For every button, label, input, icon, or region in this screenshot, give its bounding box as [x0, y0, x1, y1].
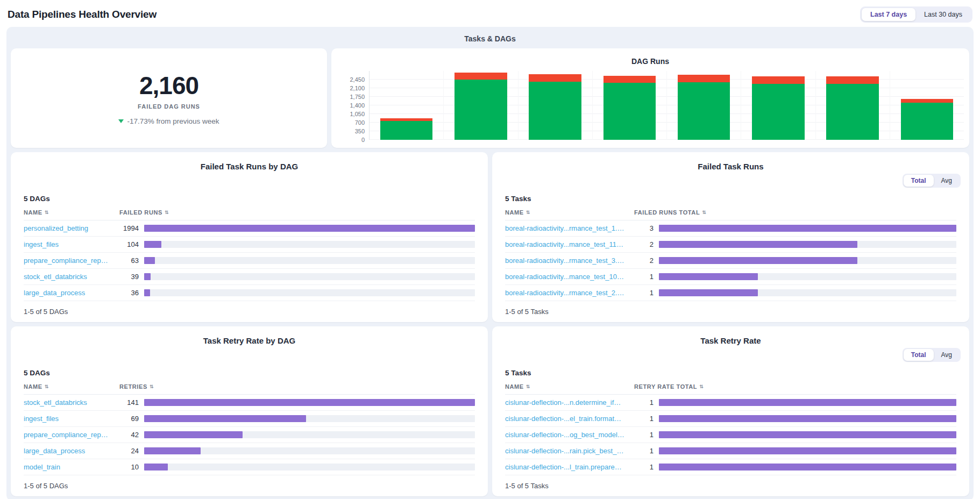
- row-value: 104: [110, 240, 143, 248]
- stat-trend: -17.73% from previous week: [118, 117, 219, 125]
- trend-text: -17.73% from previous week: [127, 117, 219, 125]
- table-row: cislunar-deflection-...og_best_model_to_…: [505, 427, 956, 443]
- sort-icon: ⇅: [699, 384, 704, 389]
- row-bar: [659, 399, 956, 406]
- dag-runs-chart-card: DAG Runs 03507001,0501,4001,7502,1002,45…: [331, 48, 969, 148]
- row-name-link[interactable]: stock_etl_databricks: [24, 398, 110, 407]
- row-value: 1: [624, 273, 658, 281]
- row-name-link[interactable]: stock_etl_databricks: [24, 273, 110, 281]
- sort-icon: ⇅: [150, 384, 154, 389]
- row-value: 10: [110, 463, 143, 471]
- row-name-link[interactable]: boreal-radioactivity...rmance_test_3.tas…: [505, 256, 624, 265]
- table-header: NAME ⇅ RETRIES ⇅: [24, 383, 475, 395]
- success-segment: [901, 103, 953, 140]
- value-column-header[interactable]: RETRIES ⇅: [110, 383, 475, 390]
- failed-segment: [752, 76, 804, 84]
- table-row: cislunar-deflection-...l_train.prepare_d…: [505, 459, 956, 475]
- dag-runs-stacked-bar[interactable]: [603, 76, 656, 140]
- row-name-link[interactable]: cislunar-deflection-...og_best_model_to_…: [505, 431, 624, 439]
- top-bar: Data Pipelines Health Overview Last 7 da…: [0, 0, 980, 27]
- table-header: NAME ⇅ FAILED RUNS TOTAL ⇅: [505, 209, 956, 220]
- value-column-header[interactable]: FAILED RUNS ⇅: [110, 209, 475, 216]
- dag-runs-stacked-bar[interactable]: [826, 76, 878, 140]
- table-row: boreal-radioactivity...rmance_test_1.tas…: [505, 220, 956, 237]
- chart-plot: [369, 71, 964, 140]
- name-column-header[interactable]: NAME ⇅: [505, 383, 624, 390]
- value-column-header[interactable]: FAILED RUNS TOTAL ⇅: [624, 209, 956, 216]
- dag-runs-stacked-bar[interactable]: [529, 74, 581, 140]
- name-column-header[interactable]: NAME ⇅: [24, 209, 110, 216]
- panel-title: Failed Task Runs: [505, 162, 956, 171]
- failed-segment: [678, 75, 730, 82]
- row-bar: [144, 464, 168, 471]
- row-bar: [144, 241, 161, 248]
- y-tick-label: 0: [361, 137, 365, 143]
- table-header: NAME ⇅ RETRY RATE TOTAL ⇅: [505, 383, 956, 395]
- dag-runs-stacked-bar[interactable]: [752, 76, 804, 140]
- table-row: prepare_compliance_report_ny42: [24, 427, 475, 443]
- value-column-header[interactable]: RETRY RATE TOTAL ⇅: [624, 383, 956, 390]
- table-body: boreal-radioactivity...rmance_test_1.tas…: [505, 220, 956, 301]
- dag-runs-stacked-bar[interactable]: [380, 118, 432, 140]
- row-bar-track: [144, 289, 475, 296]
- dag-runs-stacked-bar[interactable]: [678, 75, 730, 140]
- row-bar: [659, 464, 956, 471]
- pagination-text: 1-5 of 5 Tasks: [505, 301, 956, 316]
- panel-row-2: Task Retry Rate by DAG 5 DAGs NAME ⇅ RET…: [11, 326, 969, 496]
- row-value: 42: [110, 431, 143, 439]
- table-row: large_data_process24: [24, 443, 475, 459]
- table-row: prepare_compliance_report_ny63: [24, 253, 475, 269]
- table-row: cislunar-deflection-...n.determine_if_al…: [505, 395, 956, 411]
- row-name-link[interactable]: personalized_betting: [24, 224, 110, 232]
- avg-button[interactable]: Avg: [934, 175, 960, 187]
- row-bar-track: [144, 464, 475, 471]
- row-value: 141: [110, 398, 143, 407]
- row-name-link[interactable]: ingest_files: [24, 415, 110, 423]
- failed-segment: [826, 76, 878, 84]
- chart-category-cell: [666, 71, 741, 140]
- tasks-dags-row: 2,160 FAILED DAG RUNS -17.73% from previ…: [11, 48, 969, 148]
- dag-runs-stacked-bar[interactable]: [455, 73, 507, 140]
- last-30-days-button[interactable]: Last 30 days: [915, 8, 971, 21]
- row-name-link[interactable]: large_data_process: [24, 447, 110, 455]
- avg-button[interactable]: Avg: [934, 349, 960, 361]
- chart-y-axis: 03507001,0501,4001,7502,1002,450: [339, 71, 369, 140]
- row-bar-track: [659, 257, 956, 264]
- row-name-link[interactable]: prepare_compliance_report_ny: [24, 256, 110, 265]
- row-bar: [659, 415, 956, 422]
- chart-title: DAG Runs: [331, 57, 969, 66]
- count-label: 5 Tasks: [505, 369, 956, 377]
- row-value: 63: [110, 256, 143, 265]
- row-bar-track: [144, 273, 475, 280]
- last-7-days-button[interactable]: Last 7 days: [862, 8, 915, 21]
- row-name-link[interactable]: boreal-radioactivity...mance_test_11.tas…: [505, 240, 624, 248]
- row-name-link[interactable]: boreal-radioactivity...rmance_test_2.tas…: [505, 289, 624, 297]
- dag-runs-chart: 03507001,0501,4001,7502,1002,450: [339, 71, 964, 140]
- name-column-header[interactable]: NAME ⇅: [24, 383, 110, 390]
- pagination-text: 1-5 of 5 Tasks: [505, 475, 956, 490]
- row-bar: [659, 273, 758, 280]
- row-name-link[interactable]: ingest_files: [24, 240, 110, 248]
- row-name-link[interactable]: large_data_process: [24, 289, 110, 297]
- row-name-link[interactable]: prepare_compliance_report_ny: [24, 431, 110, 439]
- row-value: 2: [624, 240, 658, 248]
- row-name-link[interactable]: boreal-radioactivity...rmance_test_1.tas…: [505, 224, 624, 232]
- chart-category-cell: [592, 71, 666, 140]
- total-button[interactable]: Total: [904, 175, 934, 187]
- row-value: 1: [624, 447, 658, 455]
- row-name-link[interactable]: cislunar-deflection-...n.determine_if_al…: [505, 398, 624, 407]
- dag-runs-stacked-bar[interactable]: [901, 99, 953, 140]
- row-name-link[interactable]: boreal-radioactivity...mance_test_10.tas…: [505, 273, 624, 281]
- row-bar: [659, 431, 956, 438]
- chart-category-cell: [815, 71, 890, 140]
- row-name-link[interactable]: cislunar-deflection-...l_train.prepare_d…: [505, 463, 624, 471]
- row-name-link[interactable]: cislunar-deflection-...el_train.format_d…: [505, 415, 624, 423]
- time-range-toggle: Last 7 days Last 30 days: [860, 6, 972, 23]
- row-name-link[interactable]: model_train: [24, 463, 110, 471]
- y-tick-label: 2,100: [350, 85, 365, 91]
- row-bar: [659, 241, 857, 248]
- row-name-link[interactable]: cislunar-deflection-...rain.pick_best_mo…: [505, 447, 624, 455]
- total-button[interactable]: Total: [904, 349, 934, 361]
- name-column-header[interactable]: NAME ⇅: [505, 209, 624, 216]
- table-row: cislunar-deflection-...rain.pick_best_mo…: [505, 443, 956, 459]
